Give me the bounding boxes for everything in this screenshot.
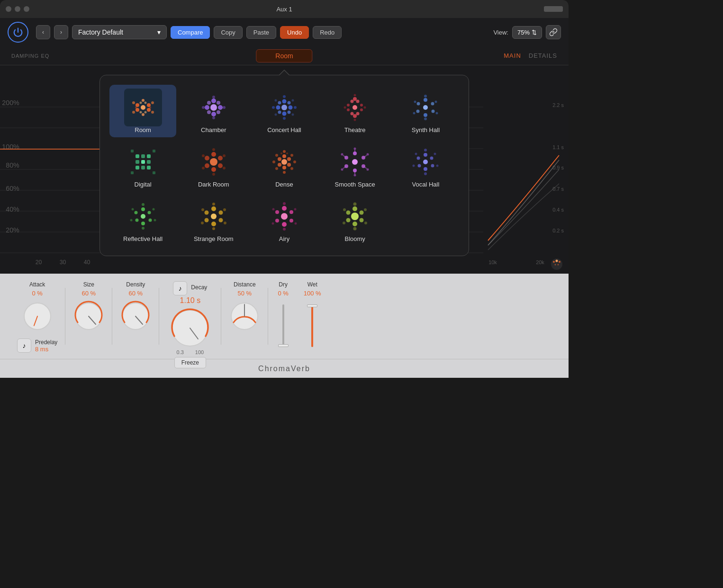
room-item-theatre[interactable]: Theatre (322, 85, 389, 137)
room-label-airy: Airy (279, 235, 289, 242)
svg-point-179 (417, 157, 420, 160)
compare-button[interactable]: Compare (171, 26, 210, 39)
svg-point-228 (360, 218, 364, 223)
decay-range: 0.3 100 (177, 349, 204, 355)
svg-point-232 (353, 203, 357, 206)
room-item-strange-room[interactable]: Strange Room (180, 194, 247, 246)
dry-value: 0 % (278, 290, 288, 297)
power-button[interactable] (8, 22, 28, 43)
room-item-dense[interactable]: Dense (251, 139, 317, 192)
density-knob[interactable] (120, 301, 151, 332)
dry-fader-track[interactable] (282, 304, 284, 347)
svg-point-148 (283, 171, 286, 174)
room-item-vocal-hall[interactable]: Vocal Hall (392, 139, 459, 192)
room-item-smooth-space[interactable]: Smooth Space (322, 139, 389, 192)
predelay-label: Predelay (35, 339, 57, 346)
dry-label: Dry (279, 281, 288, 288)
predelay-text-group: Predelay 8 ms (35, 339, 57, 353)
decay-max: 100 (195, 349, 204, 355)
svg-point-49 (144, 111, 146, 114)
decay-value: 1.10 s (180, 296, 201, 305)
paste-button[interactable]: Paste (246, 26, 276, 39)
svg-point-99 (424, 98, 427, 102)
room-item-synth-hall[interactable]: Synth Hall (392, 85, 459, 137)
preset-dropdown[interactable]: Factory Default ▾ (72, 25, 167, 39)
svg-point-36 (136, 103, 139, 107)
svg-point-78 (272, 106, 275, 109)
attack-group: Attack 0 % ♪ Predelay 8 ms (11, 281, 63, 353)
nav-forward-button[interactable]: › (54, 25, 68, 39)
distance-knob[interactable] (229, 301, 260, 332)
svg-point-235 (353, 227, 357, 231)
svg-point-129 (205, 163, 209, 168)
svg-rect-123 (153, 171, 155, 174)
svg-point-143 (278, 157, 281, 161)
room-item-room[interactable]: Room (109, 85, 176, 137)
tab-main[interactable]: MAIN (504, 52, 521, 59)
svg-point-79 (274, 99, 277, 102)
predelay-note-button[interactable]: ♪ (17, 339, 31, 353)
nav-back-button[interactable]: ‹ (36, 25, 50, 39)
attack-knob-container (22, 301, 53, 334)
freeze-button[interactable]: Freeze (174, 357, 206, 368)
svg-point-50 (135, 107, 137, 108)
tab-details[interactable]: DETAILS (529, 52, 557, 59)
svg-point-76 (294, 106, 297, 109)
decay-knob[interactable] (169, 307, 211, 349)
svg-point-126 (218, 156, 223, 160)
room-item-bloomy[interactable]: Bloomy (322, 194, 389, 246)
svg-point-190 (141, 222, 145, 225)
zoom-control[interactable]: 75% ⇅ (512, 26, 542, 39)
svg-point-95 (354, 119, 356, 121)
wet-group: Wet 100 % (296, 281, 329, 351)
window-title: Aux 1 (276, 6, 292, 13)
wet-fader-thumb[interactable] (307, 304, 317, 307)
predelay-value: 8 ms (35, 346, 57, 353)
toolbar: ‹ › Factory Default ▾ Compare Copy Paste… (0, 18, 569, 46)
close-button[interactable] (6, 6, 11, 12)
svg-point-47 (144, 102, 146, 104)
svg-point-139 (287, 157, 291, 161)
wet-fader-track[interactable] (311, 304, 313, 347)
room-item-chamber[interactable]: Chamber (180, 85, 247, 137)
decay-note-button[interactable]: ♪ (173, 281, 187, 295)
svg-point-39 (147, 108, 151, 112)
svg-point-131 (212, 148, 215, 151)
svg-point-81 (274, 114, 277, 116)
tab-damping-eq[interactable]: DAMPING EQ (0, 53, 61, 59)
room-item-concert-hall[interactable]: Concert Hall (251, 85, 317, 137)
svg-point-91 (360, 104, 363, 107)
fullscreen-button[interactable] (24, 6, 29, 12)
svg-point-100 (431, 102, 434, 106)
svg-point-214 (289, 210, 293, 214)
svg-point-70 (288, 106, 292, 110)
svg-point-104 (417, 102, 420, 106)
distance-group: Distance 50 % (223, 281, 266, 332)
svg-point-224 (272, 208, 274, 211)
svg-point-71 (278, 101, 281, 105)
room-item-digital[interactable]: Digital (109, 139, 176, 192)
svg-point-138 (282, 154, 286, 158)
svg-point-176 (431, 164, 434, 168)
svg-point-59 (217, 101, 220, 105)
svg-point-178 (418, 164, 421, 168)
room-item-dark-room[interactable]: Dark Room (180, 139, 247, 192)
svg-point-193 (142, 203, 145, 206)
copy-button[interactable]: Copy (214, 26, 242, 39)
undo-button[interactable]: Undo (280, 26, 309, 39)
attack-knob[interactable] (22, 301, 53, 332)
link-button[interactable] (546, 25, 561, 39)
dry-fader-thumb[interactable] (278, 344, 289, 347)
dry-group: Dry 0 % (270, 281, 296, 351)
minimize-button[interactable] (15, 6, 20, 12)
room-label-concert-hall: Concert Hall (267, 126, 301, 134)
svg-point-74 (287, 111, 290, 114)
room-item-reflective-hall[interactable]: Reflective Hall (109, 194, 176, 246)
room-label-vocal-hall: Vocal Hall (412, 181, 439, 188)
distance-value: 50 % (238, 290, 252, 297)
room-item-airy[interactable]: Airy (251, 194, 317, 246)
size-knob[interactable] (73, 301, 104, 332)
tab-room-button[interactable]: Room (256, 49, 312, 62)
redo-button[interactable]: Redo (313, 26, 342, 39)
svg-point-128 (211, 167, 216, 172)
